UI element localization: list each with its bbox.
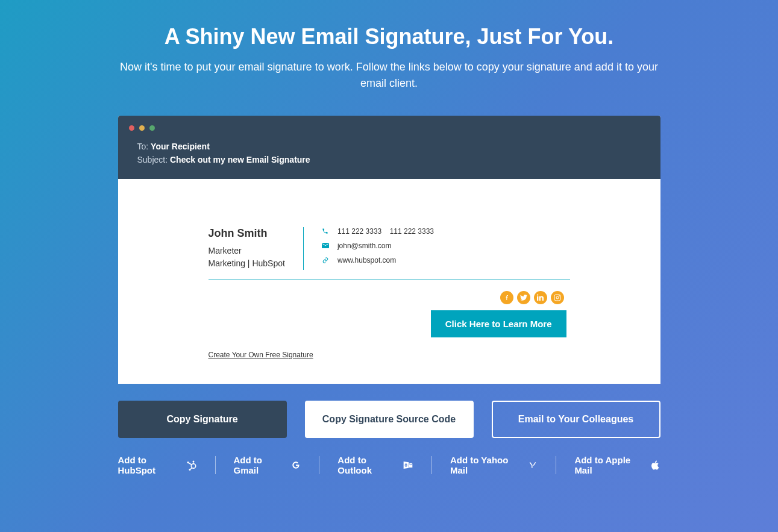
google-icon bbox=[291, 460, 301, 471]
window-maximize-dot bbox=[149, 125, 155, 131]
phone-1: 111 222 3333 bbox=[337, 227, 381, 236]
copy-source-button[interactable]: Copy Signature Source Code bbox=[305, 401, 474, 438]
svg-point-2 bbox=[559, 295, 559, 296]
learn-more-button[interactable]: Click Here to Learn More bbox=[431, 310, 566, 337]
phone-2: 111 222 3333 bbox=[390, 227, 434, 236]
add-to-gmail-link[interactable]: Add to Gmail bbox=[216, 455, 319, 475]
window-minimize-dot bbox=[139, 125, 145, 131]
to-label: To: bbox=[137, 142, 151, 151]
twitter-icon[interactable] bbox=[517, 291, 530, 304]
window-close-dot bbox=[129, 125, 134, 131]
email-icon bbox=[322, 242, 329, 249]
to-value: Your Recipient bbox=[151, 142, 210, 151]
social-icons-row bbox=[209, 291, 570, 304]
facebook-icon[interactable] bbox=[500, 291, 513, 304]
add-outlook-label: Add to Outlook bbox=[337, 455, 397, 475]
email-colleagues-button[interactable]: Email to Your Colleagues bbox=[492, 401, 660, 438]
add-to-hubspot-link[interactable]: Add to HubSpot bbox=[118, 455, 215, 475]
email-body: John Smith Marketer Marketing | HubSpot … bbox=[118, 179, 660, 384]
signature-email-row: john@smith.com bbox=[322, 242, 570, 250]
signature: John Smith Marketer Marketing | HubSpot … bbox=[209, 227, 570, 360]
add-yahoo-label: Add to Yahoo Mail bbox=[450, 455, 522, 475]
link-icon bbox=[322, 257, 329, 264]
svg-line-9 bbox=[190, 468, 192, 469]
add-to-links-row: Add to HubSpot Add to Gmail Add to Outlo… bbox=[118, 455, 660, 475]
add-gmail-label: Add to Gmail bbox=[234, 455, 285, 475]
add-hubspot-label: Add to HubSpot bbox=[118, 455, 180, 475]
hubspot-icon bbox=[186, 460, 197, 471]
email-subject-line: Subject: Check out my new Email Signatur… bbox=[137, 153, 641, 166]
add-apple-label: Add to Apple Mail bbox=[574, 455, 644, 475]
copy-signature-button[interactable]: Copy Signature bbox=[118, 401, 287, 438]
add-to-yahoo-link[interactable]: Add to Yahoo Mail bbox=[432, 455, 556, 475]
signature-title: Marketer bbox=[209, 245, 285, 257]
page-subtitle: Now it's time to put your email signatur… bbox=[118, 59, 660, 92]
email-to-line: To: Your Recipient bbox=[137, 140, 641, 153]
email-preview-window: To: Your Recipient Subject: Check out my… bbox=[118, 116, 660, 384]
signature-department: Marketing | HubSpot bbox=[209, 257, 285, 270]
signature-name: John Smith bbox=[209, 227, 285, 240]
add-to-outlook-link[interactable]: Add to Outlook bbox=[319, 455, 431, 475]
outlook-icon bbox=[403, 460, 413, 471]
website-url: www.hubspot.com bbox=[337, 256, 396, 264]
signature-phone-row: 111 222 3333 111 222 3333 bbox=[322, 227, 570, 236]
window-title-bar bbox=[118, 116, 660, 140]
email-address: john@smith.com bbox=[337, 242, 392, 250]
email-header: To: Your Recipient Subject: Check out my… bbox=[118, 140, 660, 179]
svg-point-1 bbox=[556, 296, 559, 299]
instagram-icon[interactable] bbox=[551, 291, 564, 304]
action-buttons-row: Copy Signature Copy Signature Source Cod… bbox=[118, 401, 660, 438]
yahoo-icon bbox=[528, 460, 538, 471]
apple-icon bbox=[650, 460, 660, 471]
subject-label: Subject: bbox=[137, 155, 170, 164]
svg-line-8 bbox=[188, 463, 191, 465]
linkedin-icon[interactable] bbox=[534, 291, 547, 304]
create-signature-link[interactable]: Create Your Own Free Signature bbox=[209, 351, 313, 359]
subject-value: Check out my new Email Signature bbox=[170, 155, 310, 164]
add-to-apple-link[interactable]: Add to Apple Mail bbox=[556, 455, 660, 475]
signature-website-row: www.hubspot.com bbox=[322, 256, 570, 264]
phone-icon bbox=[322, 228, 329, 235]
page-title: A Shiny New Email Signature, Just For Yo… bbox=[118, 24, 660, 49]
svg-point-4 bbox=[192, 460, 194, 462]
signature-divider bbox=[209, 280, 570, 280]
